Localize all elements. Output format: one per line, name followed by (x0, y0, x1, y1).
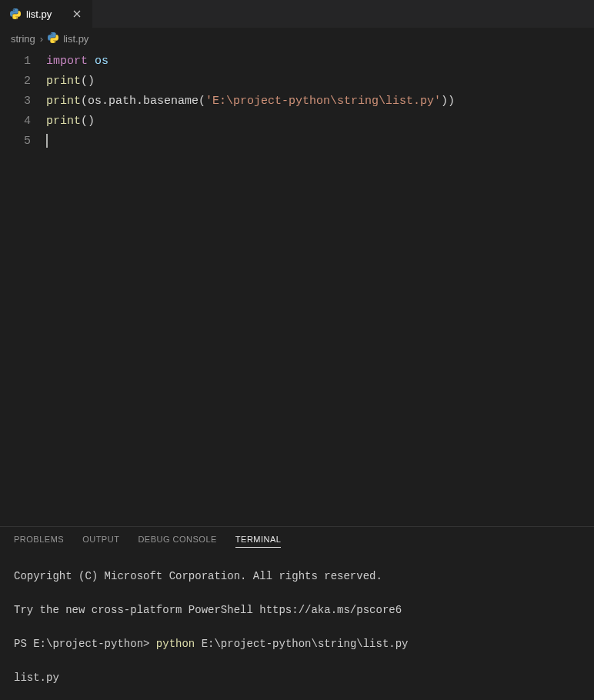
code-line[interactable]: print() (46, 112, 594, 132)
tab-filename: list.py (26, 8, 52, 20)
python-file-icon (9, 8, 22, 20)
code-line[interactable]: print() (46, 72, 594, 92)
line-number: 4 (0, 112, 31, 132)
code-token: import (46, 55, 88, 68)
line-number-gutter: 12345 (0, 52, 46, 526)
terminal-segment: Copyright (C) Microsoft Corporation. All… (14, 570, 382, 582)
breadcrumb[interactable]: string › list.py (0, 28, 594, 50)
code-token: () (81, 75, 95, 88)
tab-debug-console[interactable]: DEBUG CONSOLE (138, 535, 216, 548)
terminal-line: list.py (14, 665, 580, 691)
terminal-segment: E:\project-python\string\list.py (195, 638, 408, 650)
terminal-line (14, 657, 580, 665)
panel-tabs: PROBLEMS OUTPUT DEBUG CONSOLE TERMINAL (0, 527, 594, 554)
line-number: 3 (0, 92, 31, 112)
python-file-icon (48, 32, 58, 45)
code-token: )) (441, 95, 455, 108)
editor-tabs-bar: list.py (0, 0, 594, 28)
code-line[interactable]: import os (46, 52, 594, 72)
terminal-segment: Try the new cross-platform PowerShell ht… (14, 604, 402, 616)
terminal-line (14, 589, 580, 597)
code-token: print (46, 75, 81, 88)
terminal-segment: list.py (14, 672, 59, 684)
tab-output[interactable]: OUTPUT (82, 535, 119, 548)
code-token: print (46, 115, 81, 128)
terminal-line (14, 623, 580, 631)
breadcrumb-file[interactable]: list.py (63, 33, 88, 45)
code-content[interactable]: import osprint()print(os.path.basename('… (46, 52, 594, 526)
bottom-panel: PROBLEMS OUTPUT DEBUG CONSOLE TERMINAL C… (0, 526, 594, 700)
code-editor[interactable]: 12345 import osprint()print(os.path.base… (0, 50, 594, 526)
breadcrumb-folder[interactable]: string (11, 33, 35, 45)
editor-tab-active[interactable]: list.py (0, 0, 92, 28)
terminal-output[interactable]: Copyright (C) Microsoft Corporation. All… (0, 554, 594, 700)
terminal-line: PS E:\project-python> python E:\project-… (14, 631, 580, 657)
terminal-segment: PS E:\project-python> (14, 638, 156, 650)
line-number: 2 (0, 72, 31, 92)
chevron-right-icon: › (40, 33, 43, 45)
line-number: 1 (0, 52, 31, 72)
code-token: 'E:\project-python\string\list.py' (205, 95, 441, 108)
terminal-line: Try the new cross-platform PowerShell ht… (14, 597, 580, 623)
terminal-line: Copyright (C) Microsoft Corporation. All… (14, 563, 580, 589)
code-token (88, 55, 95, 68)
line-number: 5 (0, 132, 31, 152)
code-token: (os.path.basename( (81, 95, 205, 108)
text-cursor (46, 134, 48, 148)
code-token: os (95, 55, 108, 68)
code-line[interactable]: print(os.path.basename('E:\project-pytho… (46, 92, 594, 112)
tab-terminal[interactable]: TERMINAL (235, 535, 282, 548)
code-token: print (46, 95, 81, 108)
terminal-segment: python (156, 638, 195, 650)
code-token: () (81, 115, 95, 128)
code-line[interactable] (46, 132, 594, 152)
tab-problems[interactable]: PROBLEMS (14, 535, 64, 548)
close-icon[interactable] (71, 8, 83, 20)
